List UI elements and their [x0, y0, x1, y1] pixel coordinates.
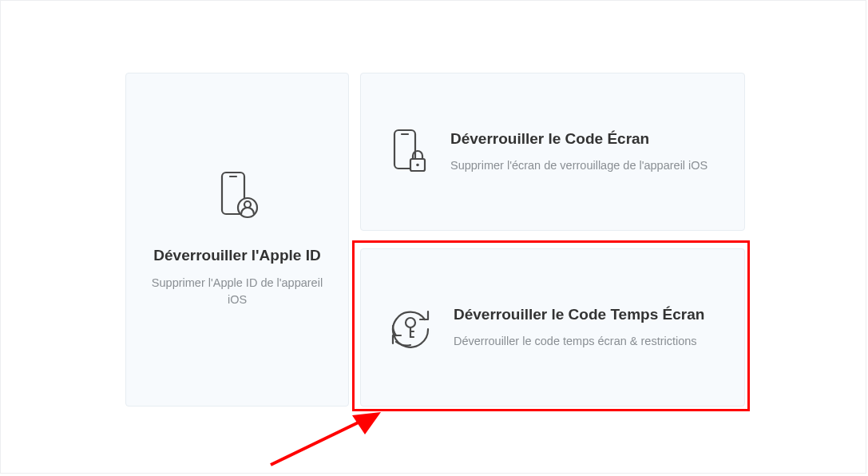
svg-line-12 — [271, 418, 367, 465]
svg-point-7 — [416, 164, 419, 167]
phone-user-icon — [214, 171, 260, 220]
unlock-screen-code-card[interactable]: Déverrouiller le Code Écran Supprimer l'… — [360, 73, 745, 231]
card-subtitle: Supprimer l'écran de verrouillage de l'a… — [450, 157, 712, 174]
app-window: Déverrouiller l'Apple ID Supprimer l'App… — [0, 0, 866, 474]
svg-marker-13 — [352, 412, 381, 434]
key-refresh-icon — [388, 305, 433, 350]
svg-point-8 — [406, 318, 415, 327]
card-subtitle: Supprimer l'Apple ID de l'appareil iOS — [149, 275, 326, 308]
options-grid: Déverrouiller l'Apple ID Supprimer l'App… — [125, 73, 745, 408]
phone-lock-icon — [388, 129, 430, 175]
unlock-screentime-card[interactable]: Déverrouiller le Code Temps Écran Déverr… — [360, 248, 745, 407]
annotation-arrow-icon — [263, 404, 390, 468]
left-column: Déverrouiller l'Apple ID Supprimer l'App… — [125, 73, 349, 407]
right-column: Déverrouiller le Code Écran Supprimer l'… — [360, 73, 745, 408]
card-title: Déverrouiller le Code Écran — [450, 129, 712, 149]
card-title: Déverrouiller l'Apple ID — [149, 246, 326, 265]
card-title: Déverrouiller le Code Temps Écran — [454, 305, 712, 324]
unlock-apple-id-card[interactable]: Déverrouiller l'Apple ID Supprimer l'App… — [125, 73, 349, 407]
card-subtitle: Déverrouiller le code temps écran & rest… — [454, 333, 712, 350]
